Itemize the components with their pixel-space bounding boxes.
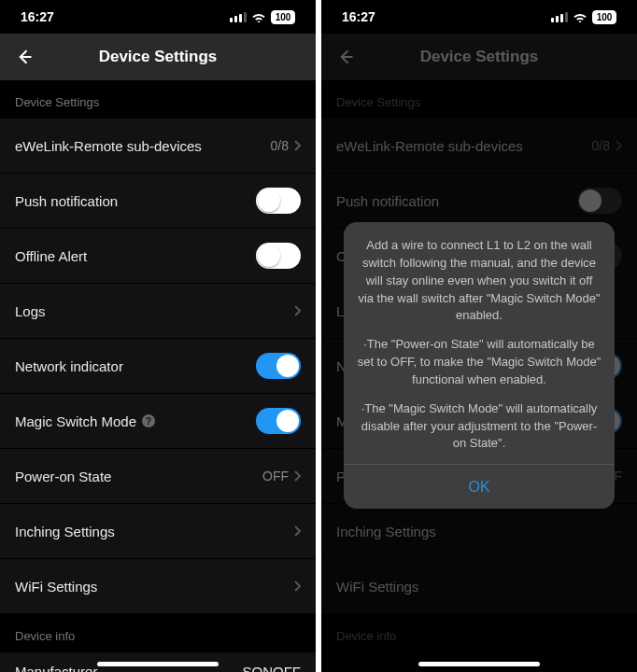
row-magic-switch[interactable]: Magic Switch Mode ? bbox=[0, 394, 316, 449]
wifi-icon bbox=[251, 11, 266, 22]
offline-toggle[interactable] bbox=[256, 243, 301, 269]
chevron-right-icon bbox=[294, 140, 301, 151]
row-label: Magic Switch Mode bbox=[15, 413, 136, 429]
push-toggle[interactable] bbox=[256, 188, 301, 214]
row-wifi-settings[interactable]: WiFi Settings bbox=[0, 559, 316, 614]
row-network-indicator[interactable]: Network indicator bbox=[0, 339, 316, 394]
row-label: Push notification bbox=[15, 193, 118, 209]
modal-ok-button[interactable]: OK bbox=[344, 464, 615, 509]
page-title: Device Settings bbox=[321, 48, 637, 66]
row-power-on-state[interactable]: Power-on State OFF bbox=[0, 449, 316, 504]
battery-level: 100 bbox=[271, 10, 295, 24]
magic-switch-info-modal: Add a wire to connect L1 to L2 on the wa… bbox=[344, 222, 615, 509]
row-label: eWeLink-Remote sub-devices bbox=[15, 138, 202, 154]
wifi-icon bbox=[573, 11, 587, 22]
status-right: 100 bbox=[230, 10, 295, 24]
battery-icon: 100 bbox=[271, 10, 295, 24]
push-toggle bbox=[577, 188, 622, 214]
battery-level: 100 bbox=[592, 10, 616, 24]
network-toggle[interactable] bbox=[256, 353, 301, 379]
row-label: Inching Settings bbox=[336, 524, 436, 539]
row-label: Network indicator bbox=[15, 358, 123, 374]
row-label: Logs bbox=[15, 303, 46, 319]
row-offline-alert[interactable]: Offline Alert bbox=[0, 229, 316, 284]
header: Device Settings bbox=[0, 34, 316, 80]
battery-icon: 100 bbox=[592, 10, 616, 24]
row-sub-devices: eWeLink-Remote sub-devices 0/8 bbox=[321, 119, 637, 174]
section-device-info: Device info bbox=[321, 614, 637, 652]
status-right: 100 bbox=[551, 10, 616, 24]
chevron-right-icon bbox=[294, 581, 301, 592]
home-indicator[interactable] bbox=[418, 662, 540, 666]
cellular-signal-icon bbox=[551, 12, 568, 22]
row-value: SONOFF bbox=[243, 664, 302, 673]
chevron-right-icon bbox=[616, 140, 622, 151]
row-label: Offline Alert bbox=[15, 248, 87, 264]
row-logs[interactable]: Logs bbox=[0, 284, 316, 339]
row-value: 0/8 bbox=[592, 138, 610, 153]
page-title: Device Settings bbox=[0, 48, 316, 66]
row-label: Push notification bbox=[336, 193, 439, 209]
help-icon[interactable]: ? bbox=[142, 414, 155, 427]
row-value: 0/8 bbox=[271, 138, 289, 153]
modal-paragraph-1: Add a wire to connect L1 to L2 on the wa… bbox=[357, 237, 602, 325]
section-device-settings: Device Settings bbox=[321, 80, 637, 119]
status-time: 16:27 bbox=[21, 9, 54, 24]
back-button[interactable] bbox=[13, 46, 35, 68]
arrow-left-icon bbox=[15, 48, 34, 66]
row-inching: Inching Settings bbox=[321, 504, 637, 559]
status-time: 16:27 bbox=[342, 9, 375, 24]
cellular-signal-icon bbox=[230, 12, 247, 22]
section-device-info: Device info bbox=[0, 614, 316, 652]
row-push-notification: Push notification bbox=[321, 174, 637, 229]
home-indicator[interactable] bbox=[97, 662, 219, 666]
phone-left: 16:27 100 Device Settings Device Setting… bbox=[0, 0, 316, 672]
modal-paragraph-2: ·The "Power-on State" will automatically… bbox=[357, 336, 602, 389]
row-label: Power-on State bbox=[15, 469, 111, 484]
header: Device Settings bbox=[321, 34, 637, 80]
section-device-settings: Device Settings bbox=[0, 80, 316, 119]
phone-right: 16:27 100 Device Settings Device Setting… bbox=[321, 0, 637, 672]
row-label: WiFi Settings bbox=[336, 579, 418, 595]
row-push-notification[interactable]: Push notification bbox=[0, 174, 316, 229]
row-label: WiFi Settings bbox=[15, 579, 97, 595]
row-inching[interactable]: Inching Settings bbox=[0, 504, 316, 559]
status-bar: 16:27 100 bbox=[0, 0, 316, 34]
chevron-right-icon bbox=[294, 470, 301, 482]
arrow-left-icon bbox=[336, 48, 355, 66]
row-label: Inching Settings bbox=[15, 524, 115, 539]
magic-toggle[interactable] bbox=[256, 408, 301, 434]
modal-paragraph-3: ·The "Magic Switch Mode" will automatica… bbox=[357, 400, 602, 454]
row-label: eWeLink-Remote sub-devices bbox=[336, 138, 523, 154]
chevron-right-icon bbox=[294, 525, 301, 537]
back-button[interactable] bbox=[334, 46, 357, 68]
status-bar: 16:27 100 bbox=[321, 0, 637, 34]
row-sub-devices[interactable]: eWeLink-Remote sub-devices 0/8 bbox=[0, 119, 316, 174]
row-value: OFF bbox=[262, 469, 289, 483]
chevron-right-icon bbox=[294, 305, 301, 316]
row-wifi-settings: WiFi Settings bbox=[321, 559, 637, 614]
row-label: Manufacturer bbox=[15, 664, 97, 673]
